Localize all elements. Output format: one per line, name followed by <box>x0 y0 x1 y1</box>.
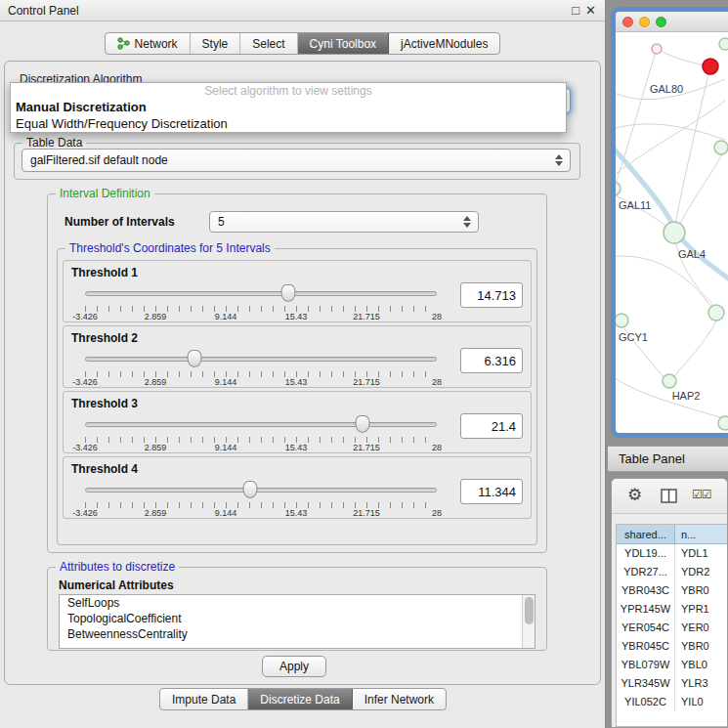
table-cell[interactable]: YPR145W <box>617 600 675 619</box>
table-data-combo-value: galFiltered.sif default node <box>30 153 168 167</box>
table-cell[interactable]: YER054C <box>617 619 675 637</box>
network-node[interactable] <box>652 44 662 54</box>
scale-label: 15.43 <box>285 312 308 321</box>
close-icon[interactable]: ✕ <box>585 3 596 18</box>
tab-cyni-toolbox[interactable]: Cyni Toolbox <box>298 33 389 54</box>
table-cell[interactable]: YDL1 <box>675 544 727 563</box>
minimize-traffic-light[interactable] <box>639 17 650 27</box>
scale-label: 9.144 <box>215 508 237 518</box>
threshold-2-value-field[interactable] <box>460 348 523 373</box>
table-cell[interactable]: YLR3 <box>675 674 727 693</box>
threshold-4-slider[interactable]: -3.4262.8599.14415.4321.71528 <box>85 479 437 518</box>
number-of-intervals-combo[interactable]: 5 <box>209 211 479 233</box>
table-row[interactable]: YER054CYER0 <box>617 619 727 637</box>
scale-label: -3.426 <box>72 508 98 518</box>
slider-thumb[interactable] <box>187 350 201 367</box>
node-label-gcy1: GCY1 <box>619 331 648 343</box>
table-cell[interactable]: YBL0 <box>675 656 727 674</box>
table-cell[interactable]: YDR2 <box>675 563 727 581</box>
slider-thumb[interactable] <box>243 481 258 498</box>
columns-icon[interactable] <box>661 489 677 507</box>
slider-track[interactable] <box>85 422 437 427</box>
tab-network[interactable]: Network <box>106 33 191 54</box>
network-node[interactable] <box>664 222 685 243</box>
table-data-label: Table Data <box>22 136 86 150</box>
node-table: shared... n... YDL19...YDL1YDR27...YDR2Y… <box>616 524 727 727</box>
tab-jactivemnodules[interactable]: jActiveMNodules <box>389 33 499 54</box>
threshold-3-value-field[interactable] <box>460 413 523 439</box>
network-node[interactable] <box>708 305 724 321</box>
table-row[interactable]: YIL052CYIL0 <box>617 693 727 711</box>
threshold-3-slider[interactable]: -3.4262.8599.14415.4321.71528 <box>85 413 437 452</box>
threshold-2-slider[interactable]: -3.4262.8599.14415.4321.71528 <box>85 348 437 387</box>
table-row[interactable]: YLR345WYLR3 <box>617 674 727 693</box>
scale-label: 2.859 <box>145 508 167 518</box>
float-window-icon[interactable]: □ <box>572 3 579 18</box>
network-node[interactable] <box>718 416 728 430</box>
table-data-combo[interactable]: galFiltered.sif default node <box>21 149 571 172</box>
tab-select[interactable]: Select <box>240 33 297 54</box>
table-cell[interactable]: YBL079W <box>617 656 675 674</box>
combo-arrows-icon <box>555 154 563 166</box>
tab-label: Select <box>252 37 284 51</box>
table-cell[interactable]: YER0 <box>675 619 727 637</box>
menu-item-equal-width-frequency[interactable]: Equal Width/Frequency Discretization <box>11 115 566 132</box>
tab-label: Impute Data <box>172 693 236 707</box>
numerical-attributes-list[interactable]: SelfLoopsTopologicalCoefficientBetweenne… <box>59 594 535 649</box>
list-scrollbar[interactable] <box>522 595 535 648</box>
table-cell[interactable]: YDR27... <box>617 563 675 581</box>
tab-label: Network <box>135 37 178 51</box>
select-rows-icons[interactable]: ☑☑ <box>692 488 711 501</box>
tab-discretize-data[interactable]: Discretize Data <box>248 689 352 709</box>
table-cell[interactable]: YLR345W <box>617 674 675 693</box>
network-canvas[interactable]: GAL80 GAL11 GAL4 GCY1 HAP2 <box>616 32 728 431</box>
highlighted-edge[interactable] <box>616 142 728 280</box>
attribute-item[interactable]: TopologicalCoefficient <box>60 611 535 626</box>
menu-item-manual-discretization[interactable]: Manual Discretization <box>11 99 566 115</box>
slider-track[interactable] <box>85 488 437 492</box>
tab-impute-data[interactable]: Impute Data <box>160 689 248 709</box>
network-node[interactable] <box>616 182 621 195</box>
column-header-name[interactable]: n... <box>675 525 727 544</box>
network-node[interactable] <box>714 141 728 154</box>
scrollbar-thumb[interactable] <box>525 597 534 624</box>
tab-style[interactable]: Style <box>191 33 241 54</box>
attribute-item[interactable]: BetweennessCentrality <box>60 626 535 642</box>
scale-label: -3.426 <box>72 312 98 321</box>
scale-label: -3.426 <box>72 443 98 452</box>
table-cell[interactable]: YBR043C <box>617 581 675 600</box>
table-cell[interactable]: YPR1 <box>675 600 727 619</box>
attribute-item[interactable]: SelfLoops <box>60 595 535 611</box>
slider-track[interactable] <box>85 357 437 362</box>
gear-icon[interactable]: ⚙ <box>627 485 642 505</box>
table-cell[interactable]: YBR0 <box>675 637 727 656</box>
slider-track[interactable] <box>85 291 437 296</box>
threshold-1-value-field[interactable] <box>460 282 523 308</box>
slider-thumb[interactable] <box>280 284 295 302</box>
slider-thumb[interactable] <box>356 415 370 433</box>
apply-button[interactable]: Apply <box>262 656 326 677</box>
threshold-4-value-field[interactable] <box>460 479 523 504</box>
table-cell[interactable]: YIL0 <box>675 693 727 711</box>
close-traffic-light[interactable] <box>622 17 633 27</box>
network-node[interactable] <box>616 314 628 327</box>
column-header-shared[interactable]: shared... <box>617 525 675 544</box>
table-row[interactable]: YBL079WYBL0 <box>617 656 727 674</box>
table-header-row: shared... n... <box>617 525 727 544</box>
network-node[interactable] <box>663 374 676 388</box>
table-cell[interactable]: YDL19... <box>617 544 675 563</box>
node-label-hap2: HAP2 <box>672 390 701 402</box>
threshold-1-slider[interactable]: -3.4262.8599.14415.4321.71528 <box>85 282 437 321</box>
table-row[interactable]: YPR145WYPR1 <box>617 600 727 619</box>
zoom-traffic-light[interactable] <box>656 17 666 27</box>
table-row[interactable]: YBR045CYBR0 <box>617 637 727 656</box>
table-cell[interactable]: YBR045C <box>617 637 675 656</box>
selected-network-node[interactable] <box>703 59 718 74</box>
network-node[interactable] <box>719 38 728 50</box>
table-row[interactable]: YDR27...YDR2 <box>617 563 727 581</box>
table-row[interactable]: YDL19...YDL1 <box>617 544 727 563</box>
table-cell[interactable]: YIL052C <box>617 693 675 711</box>
tab-infer-network[interactable]: Infer Network <box>353 689 446 709</box>
table-cell[interactable]: YBR0 <box>675 581 727 600</box>
table-row[interactable]: YBR043CYBR0 <box>617 581 727 600</box>
